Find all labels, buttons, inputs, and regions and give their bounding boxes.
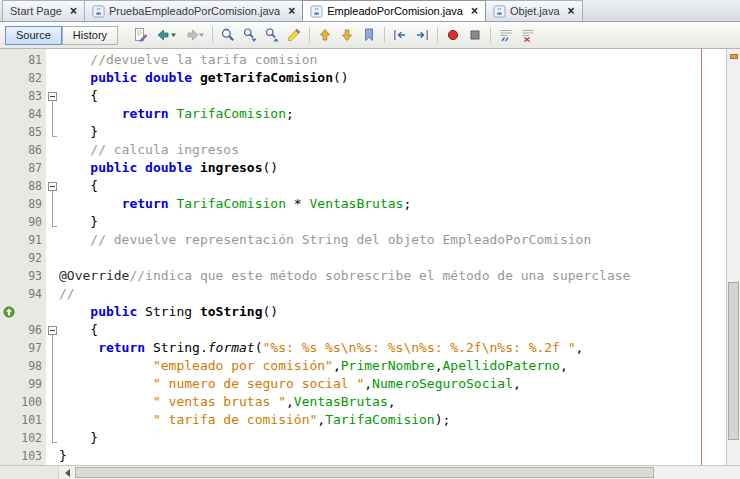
tab-close-icon[interactable]: ×	[471, 5, 478, 17]
code-line: 102 }	[0, 429, 726, 447]
code-token: VentasBrutas	[309, 196, 403, 211]
code-line: 84 return TarifaComision;	[0, 105, 726, 123]
start-macro-recording-icon	[445, 27, 461, 43]
toggle-highlight-search-button[interactable]	[283, 25, 305, 46]
next-bookmark-icon	[339, 27, 355, 43]
code-token: TarifaComision	[176, 196, 286, 211]
find-previous-occurrence-icon	[264, 27, 280, 43]
code-token: return	[98, 340, 145, 355]
line-number: 85	[17, 123, 46, 141]
tab-objet-java[interactable]: Objet.java×	[485, 0, 583, 21]
code-token: ,	[388, 394, 396, 409]
line-number: 98	[17, 357, 46, 375]
fold-line	[52, 393, 53, 411]
tab-start-page[interactable]: Start Page×	[2, 0, 85, 21]
code-text: }	[59, 447, 726, 465]
code-pane[interactable]: 81 //devuelve la tarifa comision82 publi…	[0, 49, 726, 465]
code-token: " tarifa de comisión"	[153, 412, 317, 427]
line-number: 87	[17, 159, 46, 177]
comment-lines-button[interactable]	[495, 25, 517, 46]
back-button[interactable]	[152, 25, 180, 46]
fold-collapse-icon[interactable]	[48, 326, 57, 335]
java-file-icon	[493, 5, 506, 18]
code-token: VentasBrutas	[294, 394, 388, 409]
code-token: "%s: %s %s\n%s: %s\n%s: %.2f\n%s: %.2f "	[263, 340, 576, 355]
next-bookmark-button[interactable]	[336, 25, 358, 46]
fold-margin	[46, 339, 59, 357]
line-number: 91	[17, 231, 46, 249]
toggle-bookmark-button[interactable]	[358, 25, 380, 46]
horizontal-scrollbar[interactable]	[75, 466, 740, 479]
uncomment-lines-button[interactable]	[517, 25, 539, 46]
tab-label: PruebaEmpleadoPorComision.java	[109, 1, 280, 21]
code-line: 85 }	[0, 123, 726, 141]
code-text: {	[59, 321, 726, 339]
code-token: ApellidoPaterno	[443, 358, 560, 373]
shift-line-right-button[interactable]	[411, 25, 433, 46]
start-macro-recording-button[interactable]	[442, 25, 464, 46]
fold-margin	[46, 87, 59, 105]
code-token: return	[122, 196, 169, 211]
tab-pruebaempleadoporcomision-java[interactable]: PruebaEmpleadoPorComision.java×	[84, 0, 303, 21]
code-token: *	[286, 196, 309, 211]
code-token: ,	[576, 340, 584, 355]
fold-line-end	[52, 442, 57, 443]
tab-label: Start Page	[10, 1, 62, 21]
uncomment-lines-icon	[520, 27, 536, 43]
code-line: 101 " tarifa de comisión",TarifaComision…	[0, 411, 726, 429]
fold-margin	[46, 267, 59, 285]
code-token	[59, 160, 90, 175]
code-token: );	[435, 412, 451, 427]
code-text: // devuelve representación String del ob…	[59, 231, 726, 249]
vertical-scroll-thumb[interactable]	[728, 282, 739, 440]
code-token: //devuelve la tarifa comision	[90, 52, 317, 67]
fold-line	[52, 213, 53, 226]
error-stripe-mark	[730, 54, 738, 59]
source-view-button[interactable]: Source	[5, 26, 62, 45]
scrollbar-corner	[0, 466, 59, 479]
line-number: 86	[17, 141, 46, 159]
code-token: @Override	[59, 268, 129, 283]
line-number: 83	[17, 87, 46, 105]
forward-button[interactable]	[180, 25, 208, 46]
code-token: // calcula ingresos	[90, 142, 239, 157]
glyph-margin	[0, 339, 17, 357]
line-number: 88	[17, 177, 46, 195]
tab-empleadoporcomision-java[interactable]: EmpleadoPorComision.java×	[302, 0, 486, 21]
tab-close-icon[interactable]: ×	[568, 5, 575, 17]
find-previous-occurrence-button[interactable]	[261, 25, 283, 46]
code-line: 96 {	[0, 321, 726, 339]
glyph-margin	[0, 375, 17, 393]
code-token: {	[59, 178, 98, 193]
toolbar-separator	[433, 26, 442, 44]
last-edit-location-button[interactable]	[130, 25, 152, 46]
line-number: 100	[17, 393, 46, 411]
code-token: TarifaComision	[176, 106, 286, 121]
history-view-button[interactable]: History	[62, 26, 118, 45]
code-token: ,	[435, 358, 443, 373]
stop-macro-recording-button[interactable]	[464, 25, 486, 46]
shift-line-left-button[interactable]	[389, 25, 411, 46]
previous-bookmark-button[interactable]	[314, 25, 336, 46]
glyph-margin	[0, 321, 17, 339]
line-number: 92	[17, 249, 46, 267]
horizontal-scroll-thumb[interactable]	[75, 467, 654, 478]
code-token: NumeroSeguroSocial	[372, 376, 513, 391]
code-line: public String toString()	[0, 303, 726, 321]
fold-line-end	[52, 136, 57, 137]
tab-close-icon[interactable]: ×	[70, 5, 77, 17]
code-token	[59, 196, 122, 211]
code-line: 90 }	[0, 213, 726, 231]
fold-collapse-icon[interactable]	[48, 182, 57, 191]
tab-close-icon[interactable]: ×	[288, 5, 295, 17]
scroll-left-button[interactable]	[59, 466, 75, 479]
find-selection-button[interactable]	[217, 25, 239, 46]
line-number: 82	[17, 69, 46, 87]
fold-collapse-icon[interactable]	[48, 92, 57, 101]
code-token: //indica que este método sobrescribe el …	[129, 268, 630, 283]
line-number: 93	[17, 267, 46, 285]
code-token: public	[90, 160, 137, 175]
code-token: public	[90, 304, 137, 319]
vertical-scrollbar[interactable]	[726, 49, 740, 465]
find-next-occurrence-button[interactable]	[239, 25, 261, 46]
